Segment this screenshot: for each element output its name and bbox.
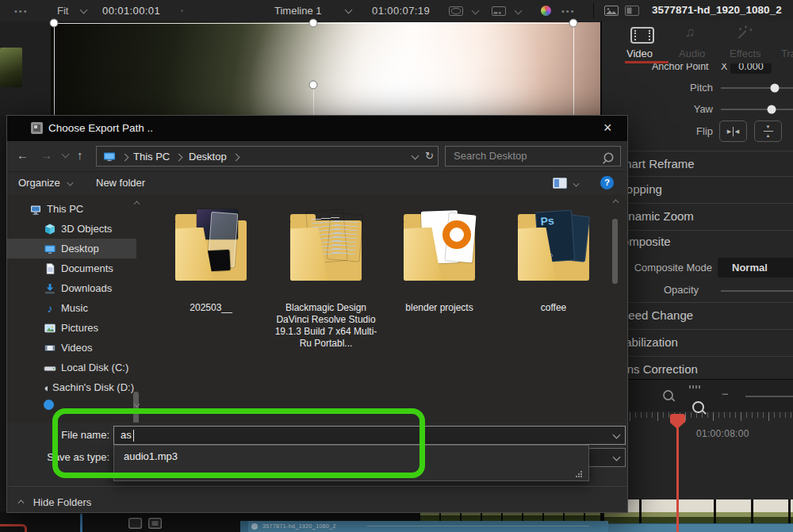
close-icon[interactable]: × [603,120,612,136]
search-box[interactable] [445,146,621,166]
transform-handle-topleft[interactable] [50,19,59,28]
color-wheel-icon[interactable] [541,6,551,16]
view-mode-chevron-icon[interactable] [573,181,580,187]
sidebar-item-this-pc[interactable]: This PC [7,199,134,219]
dialog-titlebar[interactable]: Choose Export Path .. × [7,116,627,141]
files-scrollbar-thumb[interactable] [612,219,618,284]
playhead-line[interactable] [676,428,679,532]
breadcrumb-chevron-icon[interactable] [175,154,183,162]
up-icon[interactable]: ↑ [77,148,83,162]
files-scroll-up-icon[interactable] [613,200,619,206]
tab-audio[interactable]: Audio [679,48,705,59]
video-frame[interactable] [51,22,600,116]
cloud-drive-icon-partial[interactable] [44,400,54,410]
sidebar-item-pictures[interactable]: Pictures [7,318,134,338]
refresh-icon[interactable]: ↻ [425,150,434,162]
flip-vertical-button[interactable]: ▼ ▲ [754,121,782,142]
inspector-panel: ♫ Video Audio Effects Transitions Anchor… [600,21,793,532]
tab-video[interactable]: Video [626,48,653,59]
flip-horizontal-button[interactable]: ▶ ◀ [719,121,747,142]
pitch-slider-knob[interactable] [771,84,780,93]
resize-grip-icon[interactable] [576,471,583,478]
flip-v-bar [764,131,773,132]
folder-label-blender-projects[interactable]: blender projects [387,302,492,314]
address-bar[interactable]: This PC Desktop ↻ [96,146,439,166]
desktop-icon [44,243,56,255]
tab-effects[interactable]: Effects [730,48,761,59]
media-thumbnail[interactable] [0,48,22,87]
search-input[interactable] [452,149,598,163]
playhead-head[interactable] [670,414,685,423]
video-clip-filmstrip[interactable] [602,499,793,523]
folder-icon-202503[interactable] [173,209,249,284]
more-options-icon[interactable]: ••• [561,6,576,16]
sidebar-item-local-disk-c[interactable]: Local Disk (C:) [7,358,134,377]
folder-icon-blender-projects[interactable] [401,209,477,284]
back-icon[interactable]: ← [17,148,29,162]
sidebar-item-videos[interactable]: Videos [7,338,134,358]
track-enable-icon[interactable] [148,518,162,529]
view-mode-icon[interactable] [553,178,567,189]
timecode-overlay-icon[interactable] [492,6,506,16]
sidebar-item-3d-objects[interactable]: 3D Objects [7,219,134,239]
video-tab-icon[interactable] [630,27,654,44]
sidebar-scroll-up-icon[interactable] [134,201,140,208]
pitch-slider[interactable] [721,87,793,89]
zoom-fit-timeline-icon[interactable] [663,390,673,400]
zoom-timeline-icon[interactable] [692,401,704,413]
address-dropdown-chevron-icon[interactable] [412,152,419,160]
effects-tab-icon[interactable] [741,29,743,40]
zoom-fit-dropdown[interactable]: Fit [57,5,68,17]
audio-clip-bar[interactable]: 3577871-hd_1920_1080_2 [240,521,608,532]
audio-tab-icon[interactable]: ♫ [685,25,695,40]
sidebar-item-downloads[interactable]: Downloads [7,278,134,298]
sidebar-item-music[interactable]: ♪ Music [7,298,134,318]
tab-transitions[interactable]: Transitions [781,48,793,59]
composite-mode-dropdown[interactable]: Normal [718,258,793,277]
new-folder-button[interactable]: New folder [96,177,145,189]
timeline-zoom-slider[interactable] [745,396,793,397]
breadcrumb-desktop[interactable]: Desktop [189,151,227,163]
breadcrumb-chevron-icon[interactable] [121,154,129,162]
folder-label-coffee[interactable]: coffee [501,302,606,314]
audio-clip-track[interactable] [602,523,793,532]
flip-h-icon2: ◀ [735,128,739,135]
gallery-icon[interactable] [604,6,619,16]
transform-handle-topcenter[interactable] [309,19,318,28]
yaw-slider[interactable] [721,109,793,110]
sidebar-item-sachins-disk-d[interactable]: Sachin's Disk (D:) [7,377,134,397]
organize-button[interactable]: Organize [18,177,60,189]
folder-icon-blackmagic[interactable] [288,209,364,284]
transform-handle-center[interactable] [309,81,318,90]
viewer-options-icon[interactable]: ••• [14,6,29,16]
timeline-name-label: Timeline 1 [274,5,321,17]
timeline-chevron-icon[interactable] [345,6,353,14]
transform-handle-topright[interactable] [569,19,578,28]
anchor-x-value[interactable]: 0.000 [730,63,772,74]
sidebar-item-desktop-selected[interactable]: Desktop [7,239,136,258]
sidebar-item-documents[interactable]: Documents [7,258,134,278]
zoom-out-minus-icon[interactable]: − [722,387,729,400]
folder-icon-coffee[interactable]: Ps PSD [515,209,592,284]
breadcrumb-chevron-icon[interactable] [232,154,240,162]
dual-view-icon[interactable] [625,6,639,16]
ruler-timecode: 01:00:08:00 [696,428,749,439]
safe-area-icon[interactable] [449,6,463,16]
folder-label-blackmagic[interactable]: Blackmagic Design DaVinci Resolve Studio… [274,302,378,350]
help-button[interactable]: ? [600,176,614,189]
timeline-selector[interactable]: Timeline 1 [274,5,321,17]
forward-icon[interactable]: → [40,148,52,162]
file-name-dropdown-chevron-icon[interactable] [613,431,621,439]
track-lock-icon[interactable] [128,518,142,529]
hide-folders-button[interactable]: Hide Folders [18,496,91,508]
safe-area-chevron-icon[interactable] [472,7,480,15]
recent-locations-chevron-icon[interactable] [62,151,70,159]
zoom-fit-chevron-icon[interactable] [80,6,88,14]
yaw-slider-knob[interactable] [768,105,776,114]
overlay-chevron-icon[interactable] [515,7,523,15]
save-as-type-chevron-icon[interactable] [613,454,621,461]
breadcrumb-this-pc[interactable]: This PC [133,151,170,163]
folder-label-202503[interactable]: 202503__ [159,302,263,314]
opacity-slider[interactable] [721,290,793,292]
media-pool-strip [0,21,51,116]
